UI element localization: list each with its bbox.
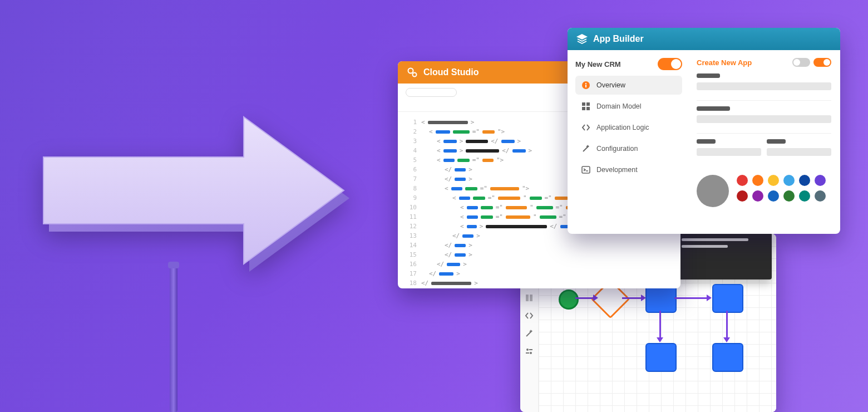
form-field-description[interactable]: [697, 106, 831, 134]
selected-color-preview[interactable]: [697, 175, 729, 207]
form-field-right[interactable]: [767, 139, 831, 166]
line-number-gutter: 12345678910111213141516171819: [398, 116, 421, 288]
wand-icon: [581, 144, 591, 154]
cloud-studio-title: Cloud Studio: [423, 67, 479, 77]
edge-arrow: [707, 295, 712, 301]
form-toggle-a[interactable]: [792, 58, 810, 67]
color-swatch[interactable]: [783, 190, 795, 202]
app-builder-form: Create New App: [689, 50, 840, 214]
form-field-left[interactable]: [697, 139, 761, 166]
svg-rect-20: [585, 83, 586, 84]
svg-marker-1: [43, 117, 344, 264]
settings-tool-icon[interactable]: [522, 344, 536, 359]
app-builder-title: App Builder: [593, 34, 644, 44]
color-swatch[interactable]: [815, 175, 826, 186]
color-swatch[interactable]: [815, 190, 826, 202]
form-field-name[interactable]: [697, 73, 831, 101]
code-tool-icon[interactable]: [522, 308, 536, 323]
edge: [674, 297, 708, 299]
toolbar-dropdown[interactable]: [406, 88, 457, 97]
edge-arrow: [641, 295, 646, 301]
edge-arrow: [723, 337, 730, 342]
code-icon: [581, 122, 591, 133]
nav-label: Domain Model: [596, 102, 642, 110]
color-swatch[interactable]: [737, 190, 748, 202]
task-node-4[interactable]: [712, 343, 743, 372]
app-builder-window: App Builder My New CRM Overview Domain M…: [568, 28, 840, 234]
svg-marker-17: [578, 35, 586, 39]
svg-rect-12: [529, 349, 532, 350]
project-name: My New CRM: [575, 60, 621, 68]
form-toggle-b[interactable]: [813, 58, 831, 67]
svg-rect-14: [526, 352, 529, 354]
svg-rect-22: [586, 102, 590, 106]
color-swatch[interactable]: [752, 190, 763, 202]
nav-domain-model[interactable]: Domain Model: [575, 97, 682, 116]
info-icon: [581, 80, 591, 90]
promo-stage: Cloud Studio 123456789101112131415161718…: [0, 0, 868, 412]
svg-point-15: [408, 68, 413, 73]
svg-point-16: [413, 73, 417, 77]
nav-label: Overview: [596, 81, 625, 89]
arrow-signpost-graphic: [39, 111, 351, 273]
nav-configuration[interactable]: Configuration: [575, 139, 682, 158]
layers-icon: [576, 33, 588, 45]
svg-rect-19: [585, 85, 586, 87]
color-swatch[interactable]: [799, 190, 810, 202]
task-node-2[interactable]: [712, 284, 743, 313]
svg-rect-10: [530, 295, 532, 301]
terminal-icon: [581, 165, 591, 175]
signpost-pole: [170, 262, 177, 412]
swimlane-tool-icon[interactable]: [522, 291, 536, 305]
svg-rect-23: [582, 107, 585, 110]
color-picker: [697, 175, 831, 207]
color-swatch[interactable]: [768, 190, 779, 202]
nav-overview[interactable]: Overview: [575, 76, 682, 95]
gears-icon: [407, 67, 418, 78]
start-event-node[interactable]: [559, 290, 579, 310]
color-swatch[interactable]: [799, 175, 810, 186]
nav-label: Application Logic: [596, 124, 649, 131]
svg-rect-24: [586, 107, 590, 110]
edge: [659, 311, 661, 339]
nav-development[interactable]: Development: [575, 160, 682, 179]
svg-point-13: [530, 352, 532, 354]
color-swatch[interactable]: [737, 175, 748, 186]
svg-rect-21: [582, 102, 585, 106]
edge: [622, 297, 642, 299]
edge-arrow: [593, 295, 598, 301]
color-swatch[interactable]: [768, 175, 779, 186]
canvas-note[interactable]: [675, 234, 772, 279]
svg-rect-9: [526, 295, 529, 301]
nav-application-logic[interactable]: Application Logic: [575, 118, 682, 137]
edge-arrow: [657, 337, 663, 342]
edge: [726, 311, 728, 339]
color-swatch[interactable]: [783, 175, 795, 186]
form-heading: Create New App: [697, 58, 752, 67]
app-builder-header: App Builder: [568, 28, 840, 50]
task-node-3[interactable]: [645, 343, 677, 372]
grid-icon: [581, 101, 591, 111]
svg-point-11: [526, 349, 529, 351]
app-builder-sidebar: My New CRM Overview Domain Model Applica…: [568, 50, 689, 214]
edge: [575, 297, 594, 299]
nav-label: Development: [596, 166, 638, 174]
magic-tool-icon[interactable]: [522, 326, 536, 341]
color-swatch[interactable]: [752, 175, 763, 186]
project-active-toggle[interactable]: [658, 58, 682, 70]
nav-label: Configuration: [596, 145, 638, 153]
